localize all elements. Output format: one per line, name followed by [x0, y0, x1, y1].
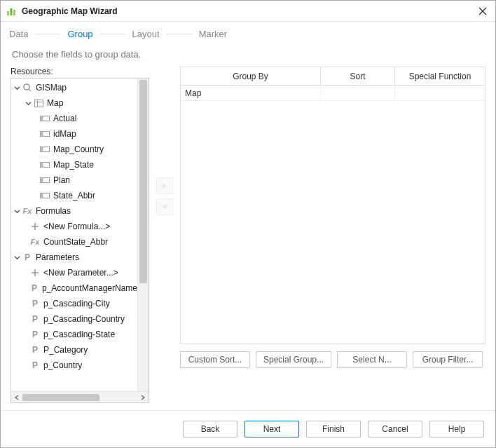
- col-header-sort[interactable]: Sort: [321, 67, 395, 85]
- field-icon: [39, 144, 50, 155]
- tree-label: Map: [47, 98, 63, 108]
- tree-node-map[interactable]: Map: [11, 95, 137, 111]
- tree-label: Map_State: [53, 160, 94, 170]
- tree-label: P_Category: [43, 345, 88, 355]
- wizard-steps: Data Group Layout Marker: [1, 22, 495, 46]
- scrollbar-track[interactable]: [101, 394, 139, 401]
- tree-label: Formulas: [36, 206, 71, 216]
- tree-leaf-p-casstate[interactable]: P p_Cascading-State: [11, 327, 137, 342]
- tree-label: p_Cascading-City: [43, 299, 110, 308]
- tree-leaf-plan[interactable]: Plan: [11, 172, 137, 188]
- svg-rect-16: [41, 178, 43, 183]
- chevron-down-icon[interactable]: [13, 253, 21, 262]
- tree-label: CountState_Abbr: [43, 237, 108, 247]
- chevron-down-icon[interactable]: [13, 207, 21, 215]
- grid-row[interactable]: Map: [181, 86, 485, 101]
- tree-leaf-p-country[interactable]: P p_Country: [11, 358, 137, 373]
- tree-label: Map_Country: [53, 144, 104, 154]
- parameter-icon: P: [29, 298, 41, 309]
- col-header-special[interactable]: Special Function: [395, 67, 485, 85]
- cell-special[interactable]: [395, 86, 485, 100]
- field-icon: [39, 175, 50, 186]
- parameter-icon: P: [29, 344, 41, 355]
- scroll-left-icon[interactable]: [13, 393, 21, 402]
- col-header-groupby[interactable]: Group By: [181, 67, 321, 85]
- tree-label: idMap: [53, 129, 76, 139]
- step-marker[interactable]: Marker: [199, 29, 227, 39]
- tree-leaf-map-state[interactable]: Map_State: [11, 157, 137, 172]
- wizard-footer: Back Next Finish Cancel Help: [1, 410, 495, 447]
- tree-node-gismap[interactable]: GISMap: [11, 80, 137, 95]
- scrollbar-thumb[interactable]: [139, 80, 147, 283]
- resources-tree: GISMap Map Actual: [11, 79, 149, 391]
- vertical-scrollbar[interactable]: [137, 79, 149, 391]
- tree-label: p_Cascading-State: [43, 330, 115, 339]
- tree-leaf-p-acct[interactable]: P p_AccountManagerName: [11, 280, 137, 296]
- finish-button[interactable]: Finish: [306, 421, 361, 437]
- tree-leaf-p-category[interactable]: P P_Category: [11, 342, 137, 358]
- tree-label: <New Parameter...>: [43, 268, 118, 278]
- next-button[interactable]: Next: [244, 421, 299, 437]
- tree-leaf-state-abbr[interactable]: State_Abbr: [11, 188, 137, 203]
- wizard-window: Geographic Map Wizard Data Group Layout …: [0, 0, 496, 448]
- remove-button[interactable]: [156, 198, 173, 215]
- tree-node-formulas[interactable]: Fx Formulas: [11, 203, 137, 219]
- grid-header: Group By Sort Special Function: [181, 67, 485, 86]
- content-area: Resources: GISMap Map: [1, 67, 495, 410]
- chevron-down-icon[interactable]: [13, 83, 21, 92]
- cell-groupby[interactable]: Map: [181, 86, 321, 100]
- resources-label: Resources:: [11, 67, 149, 76]
- svg-point-3: [24, 84, 29, 90]
- tree-label: State_Abbr: [53, 191, 95, 201]
- svg-rect-4: [34, 100, 43, 107]
- step-group[interactable]: Group: [67, 29, 92, 39]
- svg-rect-0: [7, 11, 9, 15]
- parameter-icon: P: [29, 313, 41, 325]
- tree-leaf-idmap[interactable]: idMap: [11, 126, 137, 142]
- parameter-icon: P: [29, 360, 41, 371]
- plus-icon: [29, 221, 41, 232]
- tree-label: GISMap: [36, 83, 67, 93]
- group-panel: Group By Sort Special Function Map Custo…: [180, 67, 485, 403]
- tree-node-parameters[interactable]: P Parameters: [11, 250, 137, 265]
- step-layout[interactable]: Layout: [132, 29, 160, 39]
- horizontal-scrollbar[interactable]: [11, 391, 149, 402]
- select-n-button[interactable]: Select N...: [337, 351, 407, 368]
- custom-sort-button[interactable]: Custom Sort...: [180, 351, 250, 368]
- help-button[interactable]: Help: [429, 421, 484, 437]
- scrollbar-thumb[interactable]: [22, 394, 99, 401]
- tree-leaf-actual[interactable]: Actual: [11, 111, 137, 126]
- fx-icon: Fx: [29, 236, 41, 247]
- svg-rect-8: [41, 116, 43, 121]
- tree-leaf-map-country[interactable]: Map_Country: [11, 142, 137, 157]
- cancel-button[interactable]: Cancel: [368, 421, 422, 437]
- tree-label: <New Formula...>: [43, 222, 110, 231]
- search-icon: [22, 82, 33, 93]
- parameter-icon: P: [22, 252, 33, 263]
- group-filter-button[interactable]: Group Filter...: [413, 351, 483, 368]
- add-button[interactable]: [156, 177, 173, 194]
- fx-icon: Fx: [22, 205, 33, 217]
- back-button[interactable]: Back: [183, 421, 237, 437]
- scroll-right-icon[interactable]: [139, 393, 147, 402]
- field-icon: [39, 128, 50, 140]
- step-separator: [100, 34, 125, 34]
- tree-leaf-new-formula[interactable]: <New Formula...>: [11, 219, 137, 234]
- svg-rect-10: [41, 132, 43, 137]
- svg-rect-1: [11, 8, 13, 15]
- parameter-icon: P: [29, 283, 39, 294]
- close-button[interactable]: [476, 4, 490, 18]
- svg-rect-2: [13, 10, 15, 15]
- cell-sort[interactable]: [321, 86, 395, 100]
- chevron-down-icon[interactable]: [24, 99, 32, 107]
- field-icon: [39, 113, 50, 124]
- special-group-button[interactable]: Special Group...: [256, 351, 331, 368]
- step-data[interactable]: Data: [9, 29, 28, 39]
- svg-rect-14: [41, 163, 43, 168]
- tree-leaf-new-parameter[interactable]: <New Parameter...>: [11, 265, 137, 280]
- tree-leaf-countstate[interactable]: Fx CountState_Abbr: [11, 234, 137, 250]
- grid-button-row: Custom Sort... Special Group... Select N…: [180, 351, 485, 368]
- tree-leaf-p-cascountry[interactable]: P p_Cascading-Country: [11, 311, 137, 327]
- tree-leaf-p-cascity[interactable]: P p_Cascading-City: [11, 296, 137, 311]
- parameter-icon: P: [29, 329, 41, 340]
